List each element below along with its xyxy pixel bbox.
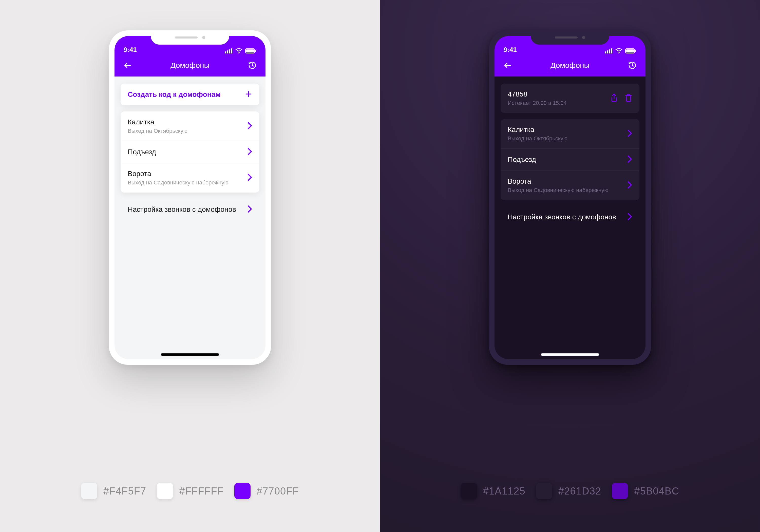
color-swatch — [157, 483, 173, 499]
notch — [151, 30, 229, 45]
status-icons — [225, 48, 257, 54]
item-title: Подъезд — [128, 148, 242, 156]
color-swatch — [81, 483, 97, 499]
item-subtitle: Выход на Октябрьскую — [508, 135, 622, 142]
intercoms-list: Калитка Выход на Октябрьскую Подъезд — [500, 119, 640, 200]
list-item[interactable]: Подъезд — [120, 141, 260, 163]
share-icon — [610, 93, 618, 102]
item-subtitle: Выход на Садовническую набережную — [508, 187, 622, 194]
back-button[interactable] — [502, 60, 513, 71]
color-swatch — [234, 483, 251, 499]
palette-dark: #1A1125 #261D32 #5B04BC — [380, 483, 760, 499]
svg-rect-0 — [225, 51, 226, 53]
battery-icon — [245, 48, 257, 53]
svg-rect-14 — [626, 49, 634, 52]
page-title: Домофоны — [133, 61, 247, 70]
color-swatch — [461, 483, 477, 499]
home-indicator[interactable] — [161, 354, 219, 356]
color-swatch — [612, 483, 628, 499]
swatch-hex: #F4F5F7 — [103, 485, 146, 497]
phone-frame-light: 9:41 Домофоны — [109, 30, 271, 365]
svg-rect-6 — [246, 49, 254, 52]
swatch-group: #F4F5F7 — [81, 483, 146, 499]
swatch-hex: #261D32 — [558, 485, 601, 497]
intercoms-list: Калитка Выход на Октябрьскую Подъезд — [120, 112, 260, 193]
create-code-label: Создать код к домофонам — [128, 90, 240, 99]
swatch-group: #1A1125 — [461, 483, 525, 499]
create-code-card: Создать код к домофонам — [120, 84, 260, 105]
chevron-right-icon — [247, 173, 252, 182]
screen-dark: 9:41 Домофоны — [495, 36, 645, 359]
active-code-card: 47858 Истекает 20.09 в 15:04 — [500, 84, 640, 113]
page-title: Домофоны — [513, 61, 627, 70]
content-area: 47858 Истекает 20.09 в 15:04 — [495, 76, 645, 359]
plus-icon — [245, 90, 252, 99]
svg-rect-10 — [609, 49, 610, 53]
svg-rect-15 — [635, 50, 636, 52]
chevron-right-icon — [247, 205, 252, 214]
code-value: 47858 — [508, 90, 605, 98]
chevron-right-icon — [247, 122, 252, 130]
swatch-group: #FFFFFF — [157, 483, 224, 499]
status-time: 9:41 — [123, 46, 137, 54]
notch — [531, 30, 609, 45]
signal-icon — [225, 48, 233, 53]
content-area: Создать код к домофонам Калитка Выход на… — [115, 76, 265, 359]
share-button[interactable] — [610, 93, 618, 103]
settings-label: Настройка звонков с домофонов — [508, 213, 622, 221]
list-item[interactable]: Подъезд — [500, 148, 640, 170]
svg-point-4 — [238, 53, 239, 53]
battery-icon — [625, 48, 637, 53]
list-item[interactable]: Калитка Выход на Октябрьскую — [120, 112, 260, 141]
status-time: 9:41 — [503, 46, 517, 54]
history-icon — [628, 61, 637, 70]
wifi-icon — [235, 48, 243, 54]
settings-row[interactable]: Настройка звонков с домофонов — [120, 199, 260, 220]
nav-bar: Домофоны — [115, 54, 265, 76]
item-title: Калитка — [128, 118, 242, 126]
code-expiry: Истекает 20.09 в 15:04 — [508, 100, 605, 106]
svg-rect-8 — [605, 51, 606, 53]
chevron-right-icon — [627, 181, 632, 190]
history-button[interactable] — [247, 60, 258, 71]
light-theme-panel: 9:41 Домофоны — [0, 0, 380, 532]
item-subtitle: Выход на Октябрьскую — [128, 128, 242, 134]
list-item[interactable]: Ворота Выход на Садовническую набережную — [500, 170, 640, 200]
svg-rect-9 — [607, 50, 608, 53]
item-title: Калитка — [508, 126, 622, 134]
delete-button[interactable] — [625, 93, 632, 103]
signal-icon — [605, 48, 613, 53]
screen-light: 9:41 Домофоны — [115, 36, 265, 359]
active-code-row[interactable]: 47858 Истекает 20.09 в 15:04 — [500, 84, 640, 113]
chevron-right-icon — [627, 129, 632, 138]
home-indicator[interactable] — [541, 354, 599, 356]
swatch-hex: #7700FF — [257, 485, 299, 497]
swatch-group: #261D32 — [536, 483, 601, 499]
back-button[interactable] — [122, 60, 133, 71]
dark-theme-panel: 9:41 Домофоны — [380, 0, 760, 532]
svg-rect-1 — [227, 50, 228, 53]
chevron-right-icon — [247, 148, 252, 156]
swatch-hex: #5B04BC — [634, 485, 679, 497]
color-swatch — [536, 483, 552, 499]
svg-rect-3 — [231, 48, 232, 53]
list-item[interactable]: Ворота Выход на Садовническую набережную — [120, 163, 260, 193]
settings-label: Настройка звонков с домофонов — [128, 206, 242, 214]
settings-row[interactable]: Настройка звонков с домофонов — [500, 206, 640, 228]
svg-rect-11 — [611, 48, 612, 53]
item-subtitle: Выход на Садовническую набережную — [128, 179, 242, 186]
status-icons — [605, 48, 637, 54]
list-item[interactable]: Калитка Выход на Октябрьскую — [500, 119, 640, 148]
arrow-left-icon — [503, 61, 512, 70]
history-button[interactable] — [627, 60, 638, 71]
phone-frame-dark: 9:41 Домофоны — [489, 30, 651, 365]
svg-point-12 — [618, 53, 619, 53]
history-icon — [248, 61, 257, 70]
nav-bar: Домофоны — [495, 54, 645, 76]
wifi-icon — [615, 48, 623, 54]
item-title: Ворота — [128, 170, 242, 178]
palette-light: #F4F5F7 #FFFFFF #7700FF — [0, 483, 380, 499]
create-code-row[interactable]: Создать код к домофонам — [120, 84, 260, 105]
swatch-hex: #FFFFFF — [179, 485, 224, 497]
trash-icon — [625, 93, 632, 102]
